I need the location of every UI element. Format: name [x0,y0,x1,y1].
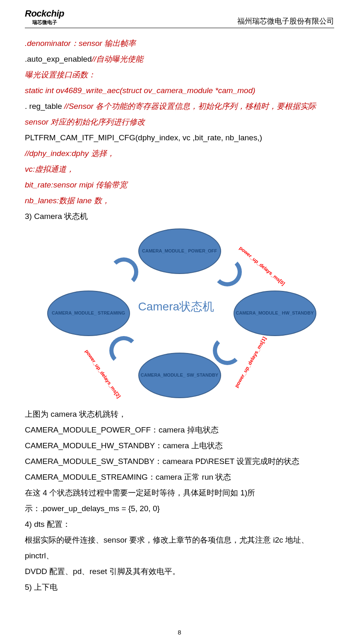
text-line: //dphy_index:dphy 选择， [25,146,334,161]
text-line: 示：.power_up_delays_ms = {5, 20, 0} [25,501,334,517]
section-heading: 5) 上下电 [25,579,334,595]
transition-arrow-icon [109,257,138,286]
state-label: CAMERA_MODULE_ HW_STANDBY [236,310,313,316]
logo-main: Rockchip [25,8,64,19]
text-line: CAMERA_MODULE_HW_STANDBY：camera 上电状态 [25,438,334,454]
transition-arrow-icon [213,336,242,365]
text-line: CAMERA_MODULE_SW_STANDBY：cameara PD\RESE… [25,454,334,469]
code-span: .auto_exp_enabled [25,55,92,63]
text-line: 根据实际的硬件连接、sensor 要求，修改上章节的各项信息，尤其注意 i2c … [25,532,334,564]
text-line: .auto_exp_enabled//自动曝光使能 [25,51,334,67]
text-line: .denominator：sensor 输出帧率 [25,36,334,51]
comment-span: //自动曝光使能 [92,55,144,63]
text-line: sensor 对应的初始化序列进行修改 [25,114,334,130]
logo-sub: 瑞芯微电子 [32,19,57,26]
text-line: 上图为 camera 状态机跳转， [25,406,334,422]
text-line: 曝光设置接口函数： [25,67,334,83]
state-sw-standby: CAMERA_MODULE_ SW_STANDBY [138,353,221,398]
text-line: static int ov4689_write_aec(struct ov_ca… [25,83,334,99]
comment-span: //Sensor 各个功能的寄存器设置信息，初始化序列，移植时，要根据实际 [64,102,316,111]
text-line: PLTFRM_CAM_ITF_MIPI_CFG(dphy_index, vc ,… [25,130,334,146]
camera-state-diagram: CAMERA_MODULE_ POWER_OFF CAMERA_MODULE_ … [35,228,325,398]
state-label: CAMERA_MODULE_ SW_STANDBY [141,372,218,378]
text-line: bit_rate:sensor mipi 传输带宽 [25,177,334,193]
text-line: . reg_table //Sensor 各个功能的寄存器设置信息，初始化序列，… [25,99,334,114]
text-line: CAMERA_MODULE_POWER_OFF：camera 掉电状态 [25,422,334,438]
section-heading: 4) dts 配置： [25,517,334,532]
logo-block: Rockchip 瑞芯微电子 [25,8,64,26]
state-hw-standby: CAMERA_MODULE_ HW_STANDBY [234,291,316,336]
text-line: DVDD 配置、pd、reset 引脚及其有效电平。 [25,564,334,579]
transition-arrow-icon [109,336,138,365]
page-header: Rockchip 瑞芯微电子 福州瑞芯微电子股份有限公司 [25,8,334,28]
state-streaming: CAMERA_MODULE_ STREAMING [47,291,130,336]
company-name: 福州瑞芯微电子股份有限公司 [237,16,334,26]
state-label: CAMERA_MODULE_ STREAMING [52,310,125,316]
state-label: CAMERA_MODULE_ POWER_OFF [142,248,217,254]
diagram-title: Camera状态机 [138,299,214,315]
section-heading: 3) Camera 状态机 [25,209,334,224]
text-line: 在这 4 个状态跳转过程中需要一定延时等待，具体延时时间如 1)所 [25,485,334,501]
text-line: CAMERA_MODULE_STREAMING：camera 正常 run 状态 [25,469,334,485]
page-number: 8 [0,629,359,636]
text-line: vc:虚拟通道， [25,161,334,177]
state-power-off: CAMERA_MODULE_ POWER_OFF [138,228,221,274]
delay-label-0: power_up_delays_ms[0] [238,245,286,286]
text-line: nb_lanes:数据 lane 数， [25,193,334,209]
code-span: . reg_table [25,102,64,111]
transition-arrow-icon [213,257,242,286]
